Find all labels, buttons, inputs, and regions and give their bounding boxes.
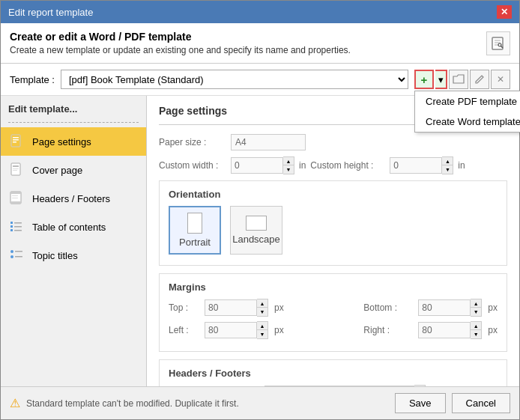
save-button[interactable]: Save [395,393,446,413]
custom-width-input[interactable] [231,157,283,174]
bottom-up[interactable]: ▲ [471,299,481,308]
custom-height-input[interactable] [390,157,442,174]
svg-rect-15 [10,201,21,204]
sidebar-item-headers-footers[interactable]: Headers / Footers [1,184,146,213]
edit-template-button[interactable] [470,70,489,89]
sidebar-item-label: Headers / Footers [32,193,110,204]
left-label: Left : [169,325,199,335]
top-bottom-row: Top : ▲ ▼ px Bottom : ▲ [169,299,498,317]
header-title: Create or edit a Word / PDF template [10,31,351,43]
orientation-title: Orientation [169,189,498,200]
warning-text: Standard template can't be modified. Dup… [26,398,389,409]
sidebar-item-label: Cover page [32,165,82,176]
sidebar-item-label: Page settings [32,136,91,147]
add-template-dropdown-button[interactable]: ▾ [435,70,447,89]
cancel-button[interactable]: Cancel [452,393,510,413]
right-unit: px [488,325,498,335]
sidebar-divider [8,122,139,123]
left-input[interactable] [205,322,257,338]
delete-template-button[interactable]: ✕ [491,70,510,89]
right-down[interactable]: ▼ [471,330,481,338]
sidebar: Edit template... Page settings [1,96,147,386]
svg-rect-18 [10,222,13,224]
paper-size-label: Paper size : [159,137,226,147]
svg-rect-20 [10,229,13,231]
svg-rect-8 [13,141,16,143]
portrait-button[interactable]: Portrait [169,206,221,255]
custom-width-up[interactable]: ▲ [283,157,294,165]
svg-rect-27 [15,256,22,258]
header-text: Create or edit a Word / PDF template Cre… [10,31,351,55]
sidebar-item-page-settings[interactable]: Page settings [1,127,146,156]
custom-height-spinner: ▲ ▼ [390,156,453,174]
template-select[interactable]: [pdf] Book Template (Standard) [61,70,408,89]
right-input[interactable] [418,322,471,338]
custom-height-unit: in [458,160,465,171]
svg-rect-12 [13,170,17,171]
custom-width-spinner: ▲ ▼ [231,156,294,174]
sidebar-item-topic-titles[interactable]: Topic titles [1,241,146,270]
add-template-dropdown: Create PDF template Create Word template [414,91,520,133]
warning-icon: ⚠ [10,396,20,410]
dialog-title: Edit report template [8,7,93,18]
orientation-section: Orientation Portrait Landscape [159,180,507,266]
svg-rect-14 [10,192,21,194]
svg-rect-26 [15,251,22,252]
right-spinner: ▲ ▼ [418,321,482,339]
bottom-down[interactable]: ▼ [471,308,481,316]
custom-height-spinbtns: ▲ ▼ [442,156,453,174]
custom-height-up[interactable]: ▲ [442,157,453,165]
header-subtitle: Create a new template or update an exist… [10,45,351,55]
margins-title: Margins [169,281,498,293]
paper-size-row: Paper size : A4 [159,134,507,150]
top-input[interactable] [205,299,257,316]
hf-title: Headers / Footers [169,368,498,379]
create-word-item[interactable]: Create Word template [415,112,520,132]
portrait-icon [187,213,202,234]
template-row: Template : [pdf] Book Template (Standard… [1,64,519,96]
svg-rect-10 [13,165,19,167]
template-toolbar: + ▾ Create PDF template Create Word temp… [414,70,510,89]
svg-rect-6 [13,137,19,139]
top-down[interactable]: ▼ [257,308,267,316]
headers-footers-icon [8,189,26,207]
landscape-button[interactable]: Landscape [230,206,282,255]
sidebar-item-cover-page[interactable]: Cover page [1,156,146,184]
svg-rect-19 [10,225,13,228]
custom-dimensions-row: Custom width : ▲ ▼ in Custom height : ▲ … [159,156,507,174]
svg-rect-23 [14,230,22,231]
landscape-icon [246,216,267,231]
margins-section: Margins Top : ▲ ▼ px Bottom : [159,273,507,352]
custom-width-down[interactable]: ▼ [283,165,294,174]
left-down[interactable]: ▼ [257,330,267,338]
open-template-button[interactable] [449,70,468,89]
plus-icon: + [421,73,428,86]
svg-rect-5 [11,135,20,147]
top-spinner: ▲ ▼ [205,299,268,317]
bottom-input[interactable] [418,299,471,316]
x-icon: ✕ [497,74,504,85]
bottom-unit: px [488,302,498,313]
template-label: Template : [10,74,55,85]
sidebar-item-table-of-contents[interactable]: Table of contents [1,213,146,241]
add-template-button[interactable]: + [414,70,434,89]
svg-rect-16 [12,195,18,196]
custom-height-down[interactable]: ▼ [442,165,453,174]
right-label: Right : [363,325,412,335]
svg-rect-11 [13,168,19,169]
left-up[interactable]: ▲ [257,322,267,330]
top-up[interactable]: ▲ [257,299,267,308]
create-pdf-item[interactable]: Create PDF template [415,91,520,112]
close-button[interactable]: ✕ [497,5,512,19]
chevron-down-icon: ▾ [438,74,444,85]
sidebar-item-label: Topic titles [32,250,78,261]
top-label: Top : [169,302,199,313]
right-up[interactable]: ▲ [471,322,481,330]
content-area: Page settings Paper size : A4 Custom wid… [147,96,519,386]
svg-point-25 [10,255,13,258]
right-spinbtns: ▲ ▼ [471,321,482,339]
edit-icon [486,31,510,55]
left-right-row: Left : ▲ ▼ px Right : ▲ [169,321,498,339]
custom-width-label: Custom width : [159,160,226,171]
svg-rect-17 [12,198,18,198]
